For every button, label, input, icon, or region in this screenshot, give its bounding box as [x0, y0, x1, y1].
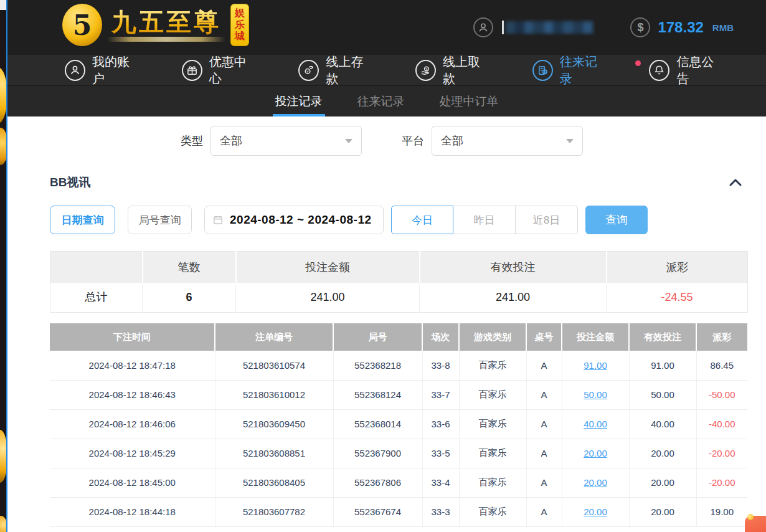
bet-amount-link[interactable]: 91.00 [584, 360, 607, 371]
main-nav: 我的账户 优惠中心 ¥ 线上存款 [7, 55, 766, 86]
records-icon [532, 60, 553, 81]
logo-badge-char: 娱 [235, 7, 245, 19]
yesterday-button[interactable]: 昨日 [453, 206, 516, 234]
col-order-number: 注单编号 [215, 323, 333, 351]
cell-order-number: 521803608851 [215, 439, 333, 468]
site-logo[interactable]: 5 九五至尊 娱 乐 城 [62, 4, 249, 46]
summary-total-row: 总计 6 241.00 241.00 -24.55 [50, 283, 748, 313]
user-avatar-icon [473, 17, 493, 37]
type-select[interactable]: 全部 [210, 126, 362, 156]
summary-header-blank [50, 252, 143, 283]
content: 类型 全部 平台 全部 BB视讯 [7, 116, 766, 527]
tab-pending-orders[interactable]: 处理中订单 [437, 86, 501, 116]
background-gold-fragment [0, 430, 6, 483]
cell-bet-time: 2024-08-12 18:46:06 [50, 409, 215, 439]
nav-label: 线上存款 [326, 54, 374, 87]
nav-item-announcements[interactable]: 信息公告 [649, 54, 725, 87]
summary-total-bet: 241.00 [236, 283, 420, 313]
chevron-down-icon [566, 139, 574, 143]
notification-dot [635, 60, 641, 66]
balance[interactable]: $ 178.32 RMB [630, 17, 734, 37]
date-range-input[interactable]: 2024-08-12 ~ 2024-08-12 [204, 206, 384, 234]
bet-records-table: 下注时间 注单编号 局号 场次 游戏类别 桌号 投注金额 有效投注 派彩 202… [50, 323, 747, 527]
cell-order-number: 521803607782 [215, 497, 333, 526]
quick-range-group: 今日 昨日 近8日 [391, 206, 578, 234]
cell-game-type: 百家乐 [459, 380, 526, 409]
summary-total-count: 6 [143, 283, 236, 313]
cell-valid-bet: 20.00 [629, 468, 696, 497]
table-row: 2024-08-12 18:45:00521803608405552367806… [50, 468, 747, 497]
section-title: BB视讯 [50, 174, 90, 191]
tab-bet-records[interactable]: 投注记录 [273, 86, 325, 116]
balance-amount: 178.32 [658, 19, 703, 36]
nav-label: 我的账户 [92, 54, 141, 87]
search-button[interactable]: 查询 [585, 206, 648, 234]
cell-bet-time: 2024-08-12 18:45:00 [50, 468, 215, 497]
col-payout: 派彩 [696, 323, 747, 351]
col-bet-amount: 投注金额 [562, 323, 629, 351]
cell-table-number: A [526, 497, 562, 526]
calendar-icon [212, 214, 224, 226]
user-account[interactable] [473, 17, 595, 37]
cell-order-number: 521803609450 [215, 409, 333, 439]
summary-header-valid-bet: 有效投注 [420, 252, 607, 283]
cell-valid-bet: 50.00 [629, 380, 696, 409]
logo-badge-char: 城 [235, 31, 245, 42]
background-fragment [0, 0, 6, 10]
deposit-icon: ¥ [298, 60, 319, 81]
logo-badge-char: 乐 [235, 19, 245, 31]
cell-bet-time: 2024-08-12 18:46:43 [50, 380, 215, 409]
nav-item-promotions[interactable]: 优惠中心 [182, 54, 258, 87]
cell-session: 33-7 [422, 380, 459, 409]
cell-table-number: A [526, 351, 562, 380]
logo-coin-icon: 5 [62, 4, 102, 46]
cell-table-number: A [526, 409, 562, 439]
bet-amount-link[interactable]: 20.00 [584, 506, 607, 517]
withdraw-icon: $ [415, 60, 436, 81]
cell-game-type: 百家乐 [459, 497, 526, 526]
cell-order-number: 521803608405 [215, 468, 333, 497]
bell-icon [649, 60, 669, 81]
cell-bet-amount: 20.00 [562, 468, 629, 497]
bet-amount-link[interactable]: 20.00 [584, 448, 607, 458]
col-table-number: 桌号 [526, 323, 562, 351]
cell-round-number: 552368014 [333, 409, 422, 439]
summary-header-count: 笔数 [143, 252, 236, 283]
nav-item-deposit[interactable]: ¥ 线上存款 [298, 54, 374, 87]
cell-valid-bet: 91.00 [629, 351, 696, 380]
bet-amount-link[interactable]: 20.00 [584, 477, 607, 488]
cell-order-number: 521803610012 [215, 380, 333, 409]
tab-transaction-records[interactable]: 往来记录 [355, 86, 407, 116]
cell-payout: -20.00 [696, 439, 747, 468]
cell-session: 33-6 [422, 409, 459, 439]
today-button[interactable]: 今日 [391, 206, 453, 234]
bet-amount-link[interactable]: 50.00 [584, 389, 607, 400]
header-right: $ 178.32 RMB [473, 0, 734, 55]
bet-amount-link[interactable]: 40.00 [584, 419, 607, 429]
cell-round-number: 552368218 [333, 351, 422, 380]
nav-item-transaction-records[interactable]: 往来记录 [532, 54, 608, 87]
date-query-button[interactable]: 日期查询 [50, 206, 115, 234]
promo-gift-icon [182, 60, 202, 81]
nav-label: 线上取款 [443, 54, 491, 87]
cell-bet-time: 2024-08-12 18:47:18 [50, 351, 215, 380]
cell-table-number: A [526, 439, 562, 468]
cell-game-type: 百家乐 [459, 409, 526, 439]
gold-dot-icon [747, 514, 754, 520]
col-bet-time: 下注时间 [50, 323, 215, 351]
chevron-up-icon[interactable] [729, 178, 742, 187]
round-query-button[interactable]: 局号查询 [128, 206, 192, 234]
floating-promo-widget[interactable] [745, 516, 766, 532]
nav-item-withdraw[interactable]: $ 线上取款 [415, 54, 491, 87]
cell-bet-amount: 20.00 [562, 497, 629, 526]
cell-table-number: A [526, 468, 562, 497]
col-round-number: 局号 [333, 323, 422, 351]
table-row: 2024-08-12 18:46:06521803609450552368014… [50, 409, 747, 439]
nav-item-my-account[interactable]: 我的账户 [65, 54, 141, 87]
background-gold-fragment [0, 128, 6, 165]
svg-text:¥: ¥ [307, 69, 310, 74]
table-row: 2024-08-12 18:45:29521803608851552367900… [50, 439, 747, 468]
platform-select[interactable]: 全部 [432, 126, 583, 156]
platform-filter-label: 平台 [402, 133, 424, 148]
last-8-days-button[interactable]: 近8日 [516, 206, 578, 234]
